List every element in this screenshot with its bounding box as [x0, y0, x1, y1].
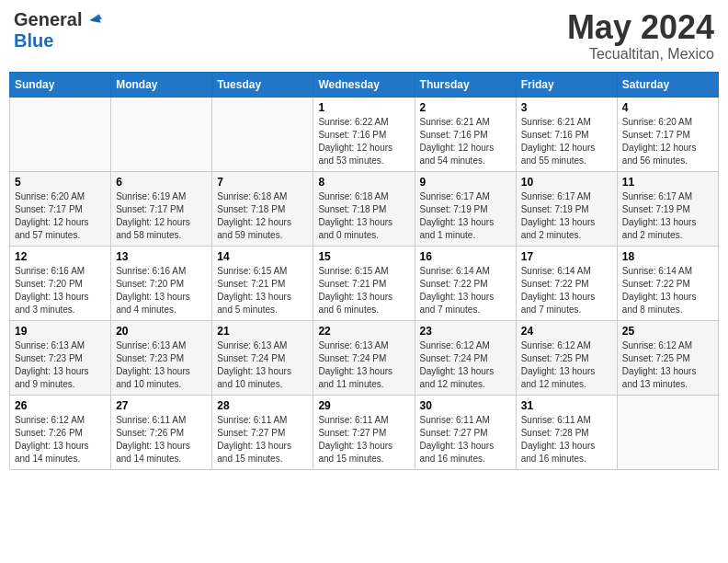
day-cell: 6Sunrise: 6:19 AM Sunset: 7:17 PM Daylig… — [111, 171, 212, 246]
day-number: 21 — [217, 325, 308, 338]
day-number: 12 — [15, 250, 106, 263]
day-info: Sunrise: 6:13 AM Sunset: 7:23 PM Dayligh… — [15, 339, 106, 391]
day-cell: 18Sunrise: 6:14 AM Sunset: 7:22 PM Dayli… — [617, 246, 718, 320]
header-monday: Monday — [111, 72, 212, 97]
day-number: 19 — [15, 325, 106, 338]
day-cell: 31Sunrise: 6:11 AM Sunset: 7:28 PM Dayli… — [516, 395, 617, 469]
day-number: 24 — [521, 325, 612, 338]
day-info: Sunrise: 6:17 AM Sunset: 7:19 PM Dayligh… — [420, 190, 511, 242]
week-row-3: 12Sunrise: 6:16 AM Sunset: 7:20 PM Dayli… — [10, 246, 719, 320]
day-cell: 20Sunrise: 6:13 AM Sunset: 7:23 PM Dayli… — [111, 320, 212, 395]
header-sunday: Sunday — [10, 72, 111, 97]
day-cell: 26Sunrise: 6:12 AM Sunset: 7:26 PM Dayli… — [10, 395, 111, 469]
day-cell: 11Sunrise: 6:17 AM Sunset: 7:19 PM Dayli… — [617, 171, 718, 246]
day-number: 29 — [318, 399, 409, 412]
day-number: 17 — [521, 250, 612, 263]
day-cell: 3Sunrise: 6:21 AM Sunset: 7:16 PM Daylig… — [516, 97, 617, 171]
day-number: 25 — [622, 325, 713, 338]
day-number: 16 — [420, 250, 511, 263]
day-info: Sunrise: 6:17 AM Sunset: 7:19 PM Dayligh… — [622, 190, 713, 242]
day-number: 22 — [318, 325, 409, 338]
day-cell — [617, 395, 718, 469]
day-number: 1 — [318, 101, 409, 114]
day-info: Sunrise: 6:18 AM Sunset: 7:18 PM Dayligh… — [318, 190, 409, 242]
day-cell — [212, 97, 313, 171]
title-area: May 2024 Tecualtitan, Mexico — [567, 9, 714, 63]
day-cell: 12Sunrise: 6:16 AM Sunset: 7:20 PM Dayli… — [10, 246, 111, 320]
day-cell: 7Sunrise: 6:18 AM Sunset: 7:18 PM Daylig… — [212, 171, 313, 246]
header-saturday: Saturday — [617, 72, 718, 97]
day-number: 15 — [318, 250, 409, 263]
day-cell: 14Sunrise: 6:15 AM Sunset: 7:21 PM Dayli… — [212, 246, 313, 320]
day-number: 23 — [420, 325, 511, 338]
day-info: Sunrise: 6:21 AM Sunset: 7:16 PM Dayligh… — [521, 116, 612, 167]
day-info: Sunrise: 6:11 AM Sunset: 7:27 PM Dayligh… — [420, 414, 511, 465]
week-row-5: 26Sunrise: 6:12 AM Sunset: 7:26 PM Dayli… — [10, 395, 719, 469]
day-cell: 4Sunrise: 6:20 AM Sunset: 7:17 PM Daylig… — [617, 97, 718, 171]
day-cell: 23Sunrise: 6:12 AM Sunset: 7:24 PM Dayli… — [415, 320, 516, 395]
day-info: Sunrise: 6:14 AM Sunset: 7:22 PM Dayligh… — [420, 265, 511, 316]
day-cell: 10Sunrise: 6:17 AM Sunset: 7:19 PM Dayli… — [516, 171, 617, 246]
day-cell: 15Sunrise: 6:15 AM Sunset: 7:21 PM Dayli… — [313, 246, 415, 320]
day-info: Sunrise: 6:22 AM Sunset: 7:16 PM Dayligh… — [318, 116, 409, 167]
day-cell: 21Sunrise: 6:13 AM Sunset: 7:24 PM Dayli… — [212, 320, 313, 395]
day-number: 8 — [318, 176, 409, 189]
calendar-header-row: SundayMondayTuesdayWednesdayThursdayFrid… — [10, 72, 719, 97]
day-cell: 25Sunrise: 6:12 AM Sunset: 7:25 PM Dayli… — [617, 320, 718, 395]
week-row-1: 1Sunrise: 6:22 AM Sunset: 7:16 PM Daylig… — [10, 97, 719, 171]
day-info: Sunrise: 6:13 AM Sunset: 7:24 PM Dayligh… — [217, 339, 308, 391]
day-number: 5 — [15, 176, 106, 189]
day-info: Sunrise: 6:11 AM Sunset: 7:27 PM Dayligh… — [318, 414, 409, 465]
day-number: 2 — [420, 101, 511, 114]
day-number: 27 — [116, 399, 207, 412]
day-cell: 13Sunrise: 6:16 AM Sunset: 7:20 PM Dayli… — [111, 246, 212, 320]
day-info: Sunrise: 6:12 AM Sunset: 7:26 PM Dayligh… — [15, 414, 106, 465]
day-info: Sunrise: 6:15 AM Sunset: 7:21 PM Dayligh… — [318, 265, 409, 316]
week-row-4: 19Sunrise: 6:13 AM Sunset: 7:23 PM Dayli… — [10, 320, 719, 395]
logo-general-text: General — [14, 9, 82, 30]
header-thursday: Thursday — [415, 72, 516, 97]
day-number: 4 — [622, 101, 713, 114]
day-cell: 17Sunrise: 6:14 AM Sunset: 7:22 PM Dayli… — [516, 246, 617, 320]
day-cell: 22Sunrise: 6:13 AM Sunset: 7:24 PM Dayli… — [313, 320, 415, 395]
subtitle: Tecualtitan, Mexico — [567, 46, 714, 63]
logo-blue-text: Blue — [14, 30, 53, 52]
day-number: 9 — [420, 176, 511, 189]
day-info: Sunrise: 6:11 AM Sunset: 7:27 PM Dayligh… — [217, 414, 308, 465]
page-header: General Blue May 2024 Tecualtitan, Mexic… — [9, 9, 719, 63]
day-cell: 24Sunrise: 6:12 AM Sunset: 7:25 PM Dayli… — [516, 320, 617, 395]
header-friday: Friday — [516, 72, 617, 97]
main-title: May 2024 — [567, 9, 714, 46]
day-info: Sunrise: 6:16 AM Sunset: 7:20 PM Dayligh… — [116, 265, 207, 316]
day-info: Sunrise: 6:14 AM Sunset: 7:22 PM Dayligh… — [521, 265, 612, 316]
day-cell — [111, 97, 212, 171]
day-cell: 5Sunrise: 6:20 AM Sunset: 7:17 PM Daylig… — [10, 171, 111, 246]
day-number: 20 — [116, 325, 207, 338]
day-info: Sunrise: 6:21 AM Sunset: 7:16 PM Dayligh… — [420, 116, 511, 167]
day-cell: 8Sunrise: 6:18 AM Sunset: 7:18 PM Daylig… — [313, 171, 415, 246]
day-cell: 16Sunrise: 6:14 AM Sunset: 7:22 PM Dayli… — [415, 246, 516, 320]
day-cell: 9Sunrise: 6:17 AM Sunset: 7:19 PM Daylig… — [415, 171, 516, 246]
logo: General Blue — [14, 9, 102, 52]
day-number: 3 — [521, 101, 612, 114]
day-number: 26 — [15, 399, 106, 412]
day-number: 14 — [217, 250, 308, 263]
day-cell: 2Sunrise: 6:21 AM Sunset: 7:16 PM Daylig… — [415, 97, 516, 171]
header-wednesday: Wednesday — [313, 72, 415, 97]
day-info: Sunrise: 6:12 AM Sunset: 7:24 PM Dayligh… — [420, 339, 511, 391]
day-info: Sunrise: 6:19 AM Sunset: 7:17 PM Dayligh… — [116, 190, 207, 242]
day-info: Sunrise: 6:11 AM Sunset: 7:26 PM Dayligh… — [116, 414, 207, 465]
day-info: Sunrise: 6:13 AM Sunset: 7:23 PM Dayligh… — [116, 339, 207, 391]
day-number: 18 — [622, 250, 713, 263]
week-row-2: 5Sunrise: 6:20 AM Sunset: 7:17 PM Daylig… — [10, 171, 719, 246]
header-tuesday: Tuesday — [212, 72, 313, 97]
day-info: Sunrise: 6:20 AM Sunset: 7:17 PM Dayligh… — [15, 190, 106, 242]
day-info: Sunrise: 6:12 AM Sunset: 7:25 PM Dayligh… — [622, 339, 713, 391]
day-info: Sunrise: 6:17 AM Sunset: 7:19 PM Dayligh… — [521, 190, 612, 242]
calendar-table: SundayMondayTuesdayWednesdayThursdayFrid… — [9, 72, 719, 470]
day-cell: 29Sunrise: 6:11 AM Sunset: 7:27 PM Dayli… — [313, 395, 415, 469]
day-cell: 27Sunrise: 6:11 AM Sunset: 7:26 PM Dayli… — [111, 395, 212, 469]
day-cell: 1Sunrise: 6:22 AM Sunset: 7:16 PM Daylig… — [313, 97, 415, 171]
day-number: 6 — [116, 176, 207, 189]
day-number: 31 — [521, 399, 612, 412]
